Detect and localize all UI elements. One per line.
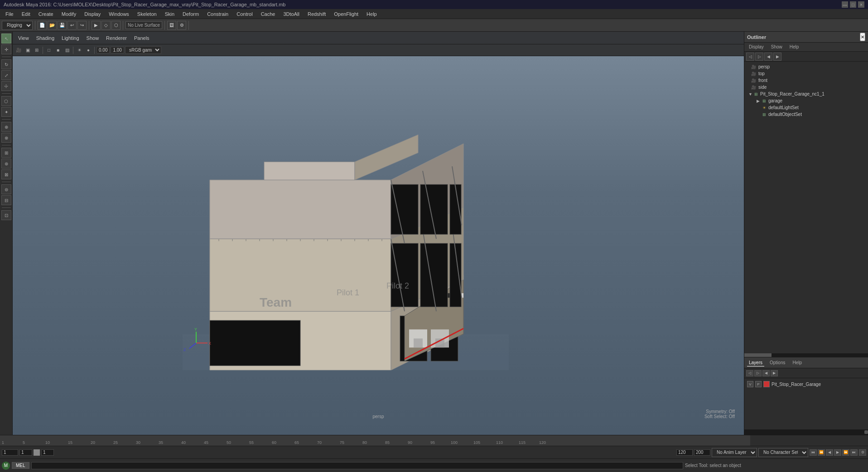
expand-arrow-pit-stop[interactable]: ▼ xyxy=(748,92,753,96)
layers-tb-btn-1[interactable]: ◁ xyxy=(746,370,753,376)
end-frame-display[interactable] xyxy=(676,449,693,456)
select-tool-lt[interactable]: ↖ xyxy=(1,34,11,43)
new-scene-button[interactable]: 📄 xyxy=(38,21,47,30)
layer-render-toggle[interactable]: P xyxy=(755,381,762,387)
vpt-shadows[interactable]: ● xyxy=(84,46,92,54)
outliner-item-top[interactable]: 🎥 top xyxy=(744,70,868,77)
menu-skin[interactable]: Skin xyxy=(161,10,178,18)
save-scene-button[interactable]: 💾 xyxy=(58,21,67,30)
layers-tab-options[interactable]: Options xyxy=(768,359,787,366)
outliner-item-garage[interactable]: ▶ ⊞ garage xyxy=(744,97,868,104)
menu-modify[interactable]: Modify xyxy=(58,10,80,18)
viewport-3d[interactable]: View Shading Lighting Show Renderer Pane… xyxy=(13,32,744,435)
outliner-item-default-object-set[interactable]: ⊞ defaultObjectSet xyxy=(744,111,868,118)
layer-visibility-toggle[interactable]: V xyxy=(747,381,753,387)
vpt-gamma-select[interactable]: sRGB gamma xyxy=(125,46,161,54)
menu-display[interactable]: Display xyxy=(81,10,104,18)
universal-tool-lt[interactable]: ☩ xyxy=(1,81,11,91)
vpt-cam[interactable]: 🎥 xyxy=(14,46,23,54)
char-set-dropdown[interactable]: No Character Set xyxy=(758,448,808,457)
vpt-grid[interactable]: ⊞ xyxy=(33,46,41,54)
anim-settings-button[interactable]: ⚙ xyxy=(859,449,866,456)
anim-lt[interactable]: ⊟ xyxy=(1,195,11,205)
render-settings-button[interactable]: ⚙ xyxy=(177,21,186,30)
vp-menu-renderer[interactable]: Renderer xyxy=(103,34,130,42)
layers-tb-btn-3[interactable]: ◀ xyxy=(762,370,770,376)
vpt-wireframe[interactable]: □ xyxy=(45,46,53,54)
outliner-close[interactable]: × xyxy=(860,33,865,41)
anim-layer-dropdown[interactable]: No Anim Layer xyxy=(712,448,757,457)
menu-openflight[interactable]: OpenFlight xyxy=(330,10,362,18)
menu-3dtoall[interactable]: 3DtoAll xyxy=(280,10,303,18)
vp-menu-lighting[interactable]: Lighting xyxy=(59,34,82,42)
mel-tab[interactable]: MEL xyxy=(12,462,29,469)
outliner-tab-help[interactable]: Help xyxy=(788,43,801,50)
soft-mod-lt[interactable]: ⬡ xyxy=(1,96,11,106)
outliner-tree[interactable]: 🎥 persp 🎥 top 🎥 front 🎥 side xyxy=(744,62,868,353)
mode-dropdown[interactable]: Rigging xyxy=(2,21,33,30)
menu-help[interactable]: Help xyxy=(363,10,381,18)
vpt-select[interactable]: ▣ xyxy=(24,46,32,54)
step-forward-button[interactable]: ⏩ xyxy=(842,449,849,456)
vpt-value-0[interactable]: 0.00 xyxy=(96,47,110,53)
right-scrollbar-h[interactable] xyxy=(744,429,868,435)
vpt-shaded[interactable]: ■ xyxy=(54,46,62,54)
redo-button[interactable]: ↪ xyxy=(77,21,87,30)
select-tool-button[interactable]: ▶ xyxy=(92,21,101,30)
outliner-item-side[interactable]: 🎥 side xyxy=(744,84,868,91)
scale-tool-lt[interactable]: ⤢ xyxy=(1,70,11,80)
step-back-button[interactable]: ⏪ xyxy=(818,449,825,456)
menu-windows[interactable]: Windows xyxy=(105,10,133,18)
play-back-button[interactable]: ◀ xyxy=(826,449,833,456)
otb-btn-1[interactable]: ◁ xyxy=(746,53,754,61)
layers-tab-layers[interactable]: Layers xyxy=(747,359,764,366)
move-tool-lt[interactable]: ✛ xyxy=(1,44,11,54)
otb-btn-3[interactable]: ◀ xyxy=(764,53,772,61)
render-lt[interactable]: ⊡ xyxy=(1,210,11,220)
range-start-field[interactable] xyxy=(19,449,32,456)
undo-button[interactable]: ↩ xyxy=(68,21,77,30)
outliner-item-front[interactable]: 🎥 front xyxy=(744,77,868,84)
menu-deform[interactable]: Deform xyxy=(179,10,203,18)
vp-menu-shading[interactable]: Shading xyxy=(34,34,57,42)
menu-file[interactable]: File xyxy=(2,10,17,18)
current-frame-field[interactable] xyxy=(2,449,18,456)
outliner-item-default-light-set[interactable]: ☀ defaultLightSet xyxy=(744,104,868,111)
go-to-start-button[interactable]: ⏮ xyxy=(810,449,817,456)
rotate-tool-lt[interactable]: ↻ xyxy=(1,59,11,69)
outliner-tab-show[interactable]: Show xyxy=(769,43,784,50)
joints-lt[interactable]: ⊛ xyxy=(1,159,11,169)
expand-arrow-garage[interactable]: ▶ xyxy=(757,99,761,103)
sculpt-lt[interactable]: ✦ xyxy=(1,107,11,117)
paint-tool-button[interactable]: ⬡ xyxy=(111,21,121,30)
outliner-tab-display[interactable]: Display xyxy=(747,43,766,50)
render-button[interactable]: 🖼 xyxy=(167,21,176,30)
menu-skeleton[interactable]: Skeleton xyxy=(134,10,160,18)
vpt-value-1[interactable]: 1.00 xyxy=(111,47,124,53)
layers-tab-help[interactable]: Help xyxy=(791,359,804,366)
menu-create[interactable]: Create xyxy=(35,10,57,18)
mel-input-field[interactable] xyxy=(31,462,683,469)
menu-cache[interactable]: Cache xyxy=(257,10,279,18)
vpt-textured[interactable]: ▤ xyxy=(63,46,71,54)
right-scrollbar-thumb[interactable] xyxy=(864,430,868,434)
otb-btn-4[interactable]: ▶ xyxy=(773,53,781,61)
range-end-field[interactable] xyxy=(41,449,54,456)
play-forward-button[interactable]: ▶ xyxy=(834,449,841,456)
outliner-item-persp[interactable]: 🎥 persp xyxy=(744,63,868,70)
otb-btn-2[interactable]: ▷ xyxy=(755,53,763,61)
lasso-button[interactable]: ◇ xyxy=(101,21,111,30)
menu-constrain[interactable]: Constrain xyxy=(203,10,232,18)
go-to-end-button[interactable]: ⏭ xyxy=(850,449,858,456)
menu-edit[interactable]: Edit xyxy=(18,10,34,18)
layers-tb-btn-2[interactable]: ▷ xyxy=(754,370,762,376)
constraint-lt[interactable]: ⊗ xyxy=(1,133,11,143)
max-frame-field[interactable] xyxy=(694,449,710,456)
skin-lt[interactable]: ⊠ xyxy=(1,169,11,179)
minimize-button[interactable]: — xyxy=(842,1,848,8)
close-button[interactable]: × xyxy=(858,1,864,8)
vp-menu-view[interactable]: View xyxy=(15,34,32,42)
snap-lt[interactable]: ⊕ xyxy=(1,122,11,132)
layers-tb-btn-4[interactable]: ▶ xyxy=(771,370,778,376)
vp-menu-panels[interactable]: Panels xyxy=(131,34,152,42)
